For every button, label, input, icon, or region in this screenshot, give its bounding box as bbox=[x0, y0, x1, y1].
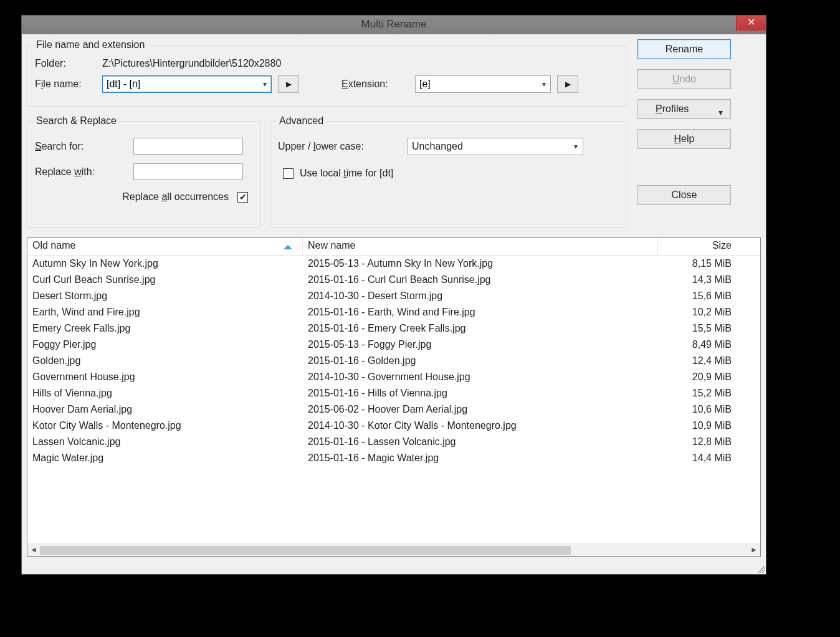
case-select[interactable]: Unchanged ▾ bbox=[408, 138, 583, 155]
cell-old-name: Foggy Pier.jpg bbox=[27, 339, 303, 350]
cell-size: 10,2 MiB bbox=[658, 307, 739, 318]
cell-size: 10,9 MiB bbox=[658, 420, 739, 431]
window-title: Multi Rename bbox=[22, 18, 766, 31]
scroll-right-icon[interactable]: ► bbox=[748, 544, 760, 557]
table-row[interactable]: Foggy Pier.jpg2015-05-13 - Foggy Pier.jp… bbox=[27, 337, 760, 353]
search-for-input[interactable] bbox=[133, 138, 243, 155]
cell-size: 15,6 MiB bbox=[658, 290, 739, 302]
cell-new-name: 2015-01-16 - Curl Curl Beach Sunrise.jpg bbox=[303, 274, 658, 285]
extension-label: Extension: bbox=[341, 79, 415, 90]
cell-old-name: Magic Water.jpg bbox=[27, 453, 303, 464]
filename-label: File name: bbox=[35, 79, 102, 90]
rename-button[interactable]: Rename bbox=[637, 39, 731, 59]
cell-old-name: Hills of Vienna.jpg bbox=[27, 388, 303, 399]
chevron-down-icon: ▾ bbox=[574, 142, 578, 151]
group-advanced: Advanced Upper / lower case: Unchanged ▾… bbox=[270, 115, 626, 228]
case-select-value: Unchanged bbox=[412, 141, 463, 152]
cell-new-name: 2014-10-30 - Kotor City Walls - Monteneg… bbox=[303, 420, 658, 431]
play-icon: ▶ bbox=[286, 80, 292, 89]
replace-with-input[interactable] bbox=[133, 163, 243, 180]
cell-old-name: Earth, Wind and Fire.jpg bbox=[27, 307, 303, 318]
group-file-extension: File name and extension Folder: Z:\Pictu… bbox=[27, 39, 626, 107]
cell-new-name: 2015-01-16 - Lassen Volcanic.jpg bbox=[303, 436, 658, 448]
cell-old-name: Lassen Volcanic.jpg bbox=[27, 436, 303, 448]
replace-with-label: Replace with: bbox=[35, 166, 133, 178]
scroll-left-icon[interactable]: ◄ bbox=[27, 544, 40, 557]
cell-old-name: Hoover Dam Aerial.jpg bbox=[27, 404, 303, 415]
cell-new-name: 2015-01-16 - Emery Creek Falls.jpg bbox=[303, 323, 658, 334]
local-time-checkbox[interactable] bbox=[283, 168, 294, 179]
window-close-button[interactable]: ✕ bbox=[736, 16, 766, 31]
scrollbar-thumb[interactable] bbox=[40, 546, 571, 555]
close-button[interactable]: Close bbox=[637, 185, 731, 205]
cell-old-name: Desert Storm.jpg bbox=[27, 290, 303, 302]
cell-size: 15,2 MiB bbox=[658, 388, 739, 399]
cell-size: 12,4 MiB bbox=[658, 355, 739, 366]
table-row[interactable]: Government House.jpg2014-10-30 - Governm… bbox=[27, 369, 760, 385]
chevron-down-icon[interactable]: ▾ bbox=[259, 80, 271, 89]
table-row[interactable]: Hoover Dam Aerial.jpg2015-06-02 - Hoover… bbox=[27, 401, 760, 418]
cell-size: 8,15 MiB bbox=[658, 258, 739, 269]
cell-new-name: 2015-01-16 - Golden.jpg bbox=[303, 355, 658, 366]
table-row[interactable]: Kotor City Walls - Montenegro.jpg2014-10… bbox=[27, 418, 760, 434]
group-advanced-legend: Advanced bbox=[277, 115, 326, 127]
table-row[interactable]: Curl Curl Beach Sunrise.jpg2015-01-16 - … bbox=[27, 272, 760, 288]
cell-new-name: 2014-10-30 - Government House.jpg bbox=[303, 371, 658, 383]
horizontal-scrollbar[interactable]: ◄ ► bbox=[27, 544, 760, 556]
title-bar[interactable]: Multi Rename ✕ bbox=[22, 16, 766, 34]
cell-old-name: Golden.jpg bbox=[27, 355, 303, 366]
cell-new-name: 2015-06-02 - Hoover Dam Aerial.jpg bbox=[303, 404, 658, 415]
case-label: Upper / lower case: bbox=[278, 141, 408, 152]
table-row[interactable]: Emery Creek Falls.jpg2015-01-16 - Emery … bbox=[27, 320, 760, 337]
table-row[interactable]: Golden.jpg2015-01-16 - Golden.jpg12,4 Mi… bbox=[27, 353, 760, 369]
filename-combo[interactable]: ▾ bbox=[102, 75, 272, 93]
cell-old-name: Curl Curl Beach Sunrise.jpg bbox=[27, 274, 303, 285]
group-search-replace-legend: Search & Replace bbox=[34, 115, 119, 127]
table-row[interactable]: Autumn Sky In New York.jpg2015-05-13 - A… bbox=[27, 256, 760, 272]
cell-old-name: Kotor City Walls - Montenegro.jpg bbox=[27, 420, 303, 431]
cell-old-name: Autumn Sky In New York.jpg bbox=[27, 258, 303, 269]
cell-size: 12,8 MiB bbox=[658, 436, 739, 448]
extension-pattern-button[interactable]: ▶ bbox=[557, 75, 578, 93]
cell-size: 14,3 MiB bbox=[658, 274, 739, 285]
table-row[interactable]: Lassen Volcanic.jpg2015-01-16 - Lassen V… bbox=[27, 434, 760, 450]
cell-size: 14,4 MiB bbox=[658, 453, 739, 464]
replace-all-checkbox[interactable]: ✔ bbox=[237, 192, 248, 203]
column-size[interactable]: Size bbox=[658, 238, 739, 255]
cell-new-name: 2015-05-13 - Autumn Sky In New York.jpg bbox=[303, 258, 658, 269]
dialog-content: File name and extension Folder: Z:\Pictu… bbox=[27, 39, 761, 557]
chevron-down-icon[interactable]: ▾ bbox=[538, 80, 550, 89]
resize-grip-icon[interactable] bbox=[756, 564, 765, 573]
scrollbar-track[interactable] bbox=[40, 546, 748, 555]
table-row[interactable]: Earth, Wind and Fire.jpg2015-01-16 - Ear… bbox=[27, 304, 760, 320]
table-row[interactable]: Desert Storm.jpg2014-10-30 - Desert Stor… bbox=[27, 288, 760, 304]
folder-label: Folder: bbox=[35, 58, 102, 69]
folder-value: Z:\Pictures\Hintergrundbilder\5120x2880 bbox=[102, 58, 281, 69]
button-sidebar: Rename Undo Profiles Help Close bbox=[637, 39, 747, 215]
cell-size: 20,9 MiB bbox=[658, 371, 739, 383]
extension-combo[interactable]: ▾ bbox=[415, 75, 551, 93]
file-list: Old name New name Size Autumn Sky In New… bbox=[27, 237, 761, 557]
dialog-window: Multi Rename ✕ File name and extension F… bbox=[21, 15, 766, 575]
filename-input[interactable] bbox=[103, 77, 259, 92]
profiles-button[interactable]: Profiles bbox=[637, 99, 731, 119]
column-old-name[interactable]: Old name bbox=[27, 238, 303, 255]
undo-button[interactable]: Undo bbox=[637, 69, 731, 89]
extension-input[interactable] bbox=[416, 77, 538, 92]
table-row[interactable]: Magic Water.jpg2015-01-16 - Magic Water.… bbox=[27, 450, 760, 466]
close-icon: ✕ bbox=[747, 17, 755, 27]
column-new-name[interactable]: New name bbox=[303, 238, 658, 255]
group-file-extension-legend: File name and extension bbox=[34, 39, 147, 50]
cell-new-name: 2015-01-16 - Hills of Vienna.jpg bbox=[303, 388, 658, 399]
list-body[interactable]: Autumn Sky In New York.jpg2015-05-13 - A… bbox=[27, 256, 760, 544]
help-button[interactable]: Help bbox=[637, 129, 731, 149]
filename-pattern-button[interactable]: ▶ bbox=[278, 75, 299, 93]
table-row[interactable]: Hills of Vienna.jpg2015-01-16 - Hills of… bbox=[27, 385, 760, 401]
replace-all-label: Replace all occurrences bbox=[122, 191, 229, 203]
list-header: Old name New name Size bbox=[27, 238, 760, 256]
play-icon: ▶ bbox=[565, 80, 571, 89]
search-for-label: Search for: bbox=[35, 141, 133, 152]
cell-old-name: Government House.jpg bbox=[27, 371, 303, 383]
cell-size: 8,49 MiB bbox=[658, 339, 739, 350]
cell-new-name: 2015-01-16 - Magic Water.jpg bbox=[303, 453, 658, 464]
